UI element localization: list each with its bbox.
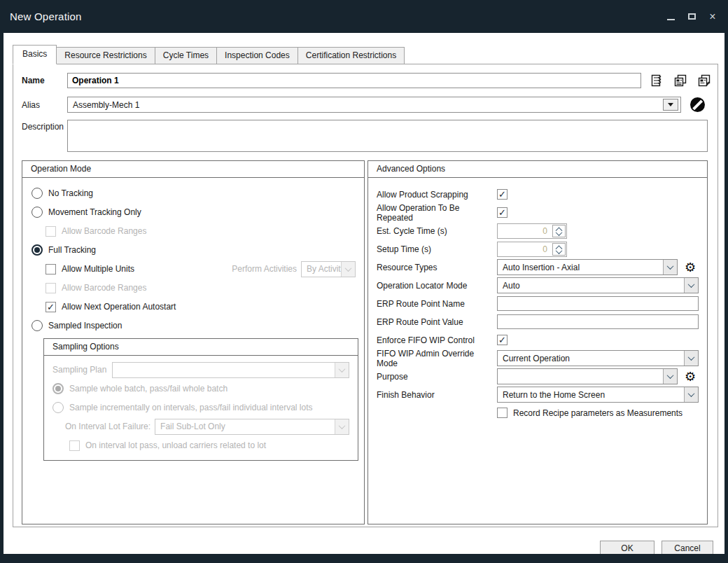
tab-resource-restrictions[interactable]: Resource Restrictions [56, 47, 155, 64]
option-allow-next-autostart[interactable]: Allow Next Operation Autostart [46, 300, 356, 313]
name-input[interactable] [67, 73, 641, 88]
option-sampled-inspection[interactable]: Sampled Inspection [31, 319, 356, 332]
fifo-override-mode-row: FIFO WIP Admin Override Mode Current Ope… [377, 351, 699, 366]
allow-multiple-units-checkbox[interactable] [46, 264, 56, 274]
full-tracking-label: Full Tracking [48, 245, 96, 255]
unload-carriers-label: On interval lot pass, unload carriers re… [85, 440, 266, 450]
finish-behavior-value: Return to the Home Screen [498, 390, 684, 400]
description-row: Description [13, 120, 718, 152]
purpose-label: Purpose [377, 372, 497, 382]
on-interval-failure-row: On Interval Lot Failure: Fail Sub-Lot On… [65, 420, 349, 433]
gear-icon[interactable]: ⚙ [685, 370, 696, 383]
copy-new-icon[interactable] [697, 74, 711, 88]
operation-locator-mode-label: Operation Locator Mode [377, 281, 497, 291]
spinner-updown-icon[interactable] [552, 225, 566, 237]
allow-operation-repeated-checkbox[interactable] [497, 207, 507, 218]
perform-activities-combo: By Activity [301, 261, 356, 277]
option-movement-allow-barcode: Allow Barcode Ranges [46, 225, 356, 237]
minimize-icon[interactable] [665, 11, 676, 22]
resource-types-combo[interactable]: Auto Insertion - Axial [497, 259, 678, 275]
allow-operation-repeated-row: Allow Operation To Be Repeated [377, 205, 699, 220]
whole-batch-label: Sample whole batch, pass/fail whole batc… [69, 384, 227, 394]
enforce-fifo-row: Enforce FIFO WIP Control [377, 333, 699, 347]
sampled-inspection-label: Sampled Inspection [48, 321, 122, 331]
fifo-override-mode-combo[interactable]: Current Operation [497, 350, 699, 366]
option-no-tracking[interactable]: No Tracking [31, 187, 356, 200]
movement-allow-barcode-label: Allow Barcode Ranges [62, 226, 146, 236]
movement-tracking-radio[interactable] [31, 207, 43, 218]
alias-label: Alias [22, 100, 67, 110]
enforce-fifo-label: Enforce FIFO WIP Control [377, 335, 497, 345]
allow-product-scrapping-label: Allow Product Scrapping [377, 190, 497, 200]
close-icon[interactable]: × [707, 11, 718, 22]
tab-cycle-times[interactable]: Cycle Times [155, 47, 217, 64]
spinner-updown-icon[interactable] [552, 243, 566, 256]
sampling-options-title: Sampling Options [44, 339, 358, 356]
cancel-button[interactable]: Cancel [662, 541, 713, 554]
allow-product-scrapping-row: Allow Product Scrapping [377, 187, 699, 202]
tab-basics[interactable]: Basics [13, 45, 57, 64]
unload-carriers-checkbox [69, 440, 80, 451]
allow-product-scrapping-checkbox[interactable] [497, 189, 507, 200]
alias-dropdown-icon[interactable] [663, 99, 678, 111]
sampling-incremental-row: Sample incrementally on intervals, pass/… [52, 401, 349, 414]
allow-next-autostart-checkbox[interactable] [46, 302, 56, 312]
option-allow-multiple-units: Allow Multiple Units Perform Activities … [46, 263, 356, 275]
copy-icon[interactable] [673, 74, 687, 88]
chevron-down-icon[interactable] [684, 278, 698, 293]
maximize-icon[interactable] [686, 11, 697, 22]
operation-locator-mode-combo[interactable]: Auto [497, 277, 699, 293]
fifo-override-mode-label: FIFO WIP Admin Override Mode [377, 349, 497, 368]
window-controls: × [665, 11, 718, 22]
gear-icon[interactable]: ⚙ [685, 261, 696, 274]
description-input[interactable] [67, 120, 708, 152]
record-recipe-row: Record Recipe parameters as Measurements [377, 405, 699, 420]
operation-mode-panel: Operation Mode No Tracking Movement Trac… [22, 160, 365, 524]
resource-types-label: Resource Types [377, 263, 497, 272]
alias-combo[interactable]: Assembly-Mech 1 [67, 97, 681, 113]
tab-inspection-codes[interactable]: Inspection Codes [216, 47, 298, 64]
record-recipe-label: Record Recipe parameters as Measurements [513, 408, 682, 418]
est-cycle-time-label: Est. Cycle Time (s) [377, 226, 497, 236]
chevron-down-icon [335, 419, 349, 434]
dialog-footer: OK Cancel [4, 541, 713, 554]
full-tracking-radio[interactable] [31, 244, 43, 256]
tab-certification-restrictions[interactable]: Certification Restrictions [298, 47, 405, 64]
erp-route-point-name-row: ERP Route Point Name [377, 296, 699, 311]
finish-behavior-row: Finish Behavior Return to the Home Scree… [377, 387, 699, 402]
checklist-icon[interactable] [650, 74, 664, 88]
chevron-down-icon[interactable] [684, 387, 698, 402]
chevron-down-icon[interactable] [663, 260, 677, 274]
chevron-down-icon[interactable] [663, 369, 677, 384]
movement-allow-barcode-checkbox [46, 226, 56, 237]
est-cycle-time-spinner: 0 [497, 223, 567, 239]
erp-route-point-name-input[interactable] [497, 296, 699, 311]
no-tracking-radio[interactable] [31, 188, 43, 199]
erp-route-point-value-input[interactable] [497, 314, 699, 329]
advanced-options-panel: Advanced Options Allow Product Scrapping… [368, 160, 708, 524]
chevron-down-icon[interactable] [684, 351, 698, 366]
est-cycle-time-row: Est. Cycle Time (s) 0 [377, 223, 699, 238]
finish-behavior-combo[interactable]: Return to the Home Screen [497, 387, 699, 403]
sampled-inspection-radio[interactable] [31, 320, 43, 331]
record-recipe-checkbox[interactable] [497, 408, 507, 418]
finish-behavior-label: Finish Behavior [377, 390, 497, 400]
enforce-fifo-checkbox[interactable] [497, 335, 507, 345]
setup-time-spinner: 0 [497, 242, 567, 257]
no-entry-icon[interactable] [690, 97, 705, 112]
option-movement-tracking[interactable]: Movement Tracking Only [31, 206, 356, 218]
erp-route-point-name-field[interactable] [502, 299, 694, 309]
est-cycle-time-value: 0 [498, 226, 552, 236]
on-failure-label: On Interval Lot Failure: [65, 422, 150, 431]
allow-multiple-units-label: Allow Multiple Units [62, 264, 134, 274]
purpose-combo[interactable] [497, 368, 678, 384]
name-input-field[interactable] [72, 76, 636, 85]
erp-route-point-value-field[interactable] [502, 317, 694, 327]
option-full-tracking[interactable]: Full Tracking [31, 244, 356, 256]
name-actions [650, 74, 711, 88]
allow-next-autostart-label: Allow Next Operation Autostart [62, 302, 176, 312]
erp-route-point-value-label: ERP Route Point Value [377, 317, 497, 327]
sampling-whole-batch-row: Sample whole batch, pass/fail whole batc… [52, 382, 349, 395]
setup-time-value: 0 [498, 244, 552, 254]
ok-button[interactable]: OK [600, 541, 654, 554]
